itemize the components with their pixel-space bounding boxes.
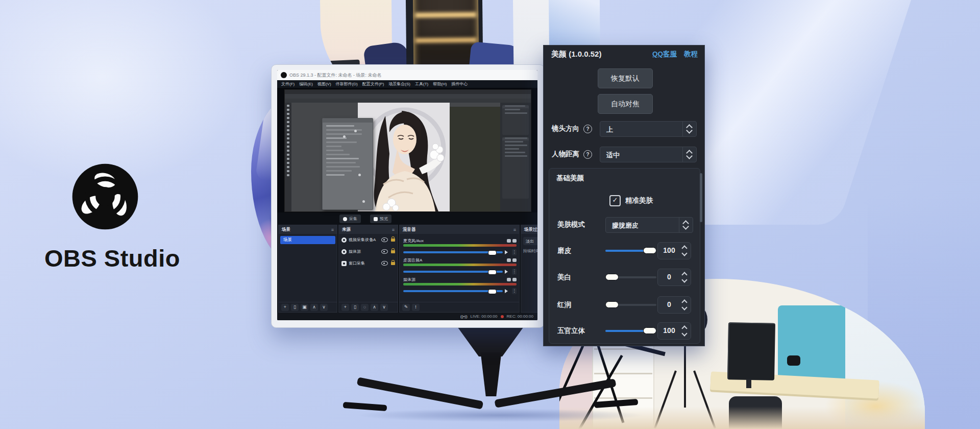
lock-icon[interactable] <box>391 239 395 242</box>
source-item[interactable]: 窗口采集 <box>339 257 398 269</box>
checkbox-icon[interactable] <box>609 195 621 206</box>
source-item[interactable]: 视频采集设备A <box>339 234 398 246</box>
rosy-slider-row: 红润 0 <box>549 296 700 314</box>
help-icon[interactable]: ? <box>583 125 592 133</box>
dock-menu-icon[interactable]: ≡ <box>331 227 334 232</box>
sources-dock-title: 来源 <box>342 227 351 233</box>
speaker-icon[interactable] <box>505 289 510 293</box>
audio-mixer-dock: 混音器 ≡ 麦克风/Aux ⋮ <box>399 225 520 313</box>
decrement-icon[interactable] <box>681 250 687 256</box>
help-icon[interactable]: ? <box>583 150 592 159</box>
obs-statusbar: LIVE: 00:00:00 REC: 00:00:00 <box>277 313 537 320</box>
add-source-button[interactable]: + <box>341 304 349 311</box>
menu-help[interactable]: 帮助(H) <box>433 81 447 87</box>
beauty-plugin-panel: 美颜 (1.0.0.52) QQ客服 教程 恢复默认 自动对焦 镜头方向 ? 上… <box>543 45 705 346</box>
channel-options-icon[interactable]: ⋮ <box>512 269 517 275</box>
volume-slider[interactable] <box>403 271 503 273</box>
decrement-icon[interactable] <box>681 330 687 336</box>
lens-direction-row: 镜头方向 ? 上 <box>544 121 704 137</box>
mixer-more-button[interactable]: ! <box>412 304 420 311</box>
menu-scene-collection[interactable]: 场景集合(S) <box>388 81 410 87</box>
dock-menu-icon[interactable]: ≡ <box>392 227 395 232</box>
slider-handle[interactable] <box>643 327 656 334</box>
menu-plugin-center[interactable]: 插件中心 <box>451 81 468 87</box>
obs-preview-area[interactable] <box>277 88 537 212</box>
menu-file[interactable]: 文件(F) <box>281 81 295 87</box>
scenes-dock-title: 场景 <box>282 227 290 233</box>
preview-tab-capture[interactable]: 采集 <box>339 214 361 223</box>
precise-skin-checkbox-row[interactable]: 精准美肤 <box>609 195 653 206</box>
skin-mode-select[interactable]: 朦胧磨皮 <box>605 217 693 233</box>
mixer-config-button[interactable]: ✎ <box>402 304 410 311</box>
slider-track[interactable] <box>605 304 656 306</box>
preview-tab-preview[interactable]: 预览 <box>370 214 391 223</box>
photoshop-canvas <box>291 103 500 211</box>
remove-source-button[interactable]: ▯ <box>351 304 359 311</box>
scene-item-selected[interactable]: 场景 <box>280 236 335 244</box>
channel-settings-icon <box>512 278 517 281</box>
photo-desk-monitor <box>727 322 775 380</box>
spinner-icon[interactable] <box>679 218 693 232</box>
volume-slider[interactable] <box>403 290 503 292</box>
live-timer: LIVE: 00:00:00 <box>471 314 498 319</box>
lock-icon[interactable] <box>391 250 395 253</box>
move-down-button[interactable]: ∨ <box>380 304 388 311</box>
source-item[interactable]: 媒体源 <box>339 246 398 257</box>
menu-profile[interactable]: 配置文件(P) <box>362 81 384 87</box>
restore-defaults-button[interactable]: 恢复默认 <box>598 68 653 88</box>
decrement-icon[interactable] <box>681 277 687 282</box>
person-distance-row: 人物距离 ? 适中 <box>544 147 704 162</box>
slider-track[interactable] <box>605 250 656 252</box>
move-up-button[interactable]: ∧ <box>371 304 378 311</box>
visibility-icon[interactable] <box>381 261 388 266</box>
panel-scrollbar[interactable] <box>700 173 702 222</box>
slider-handle[interactable] <box>605 301 619 308</box>
decrement-icon[interactable] <box>681 304 687 310</box>
spinner-icon[interactable] <box>682 122 696 136</box>
obs-titlebar: OBS 29.1.3 - 配置文件: 未命名 - 场景: 未命名 <box>277 70 537 80</box>
mixer-channel: 麦克风/Aux ⋮ <box>403 238 517 254</box>
value-spinbox[interactable]: 100 <box>657 242 691 259</box>
visibility-icon[interactable] <box>381 237 388 242</box>
transition-select[interactable]: 淡出 <box>523 237 537 245</box>
remove-scene-button[interactable]: ▯ <box>291 304 299 311</box>
obs-wordmark: OBS Studio <box>28 244 197 272</box>
dock-menu-icon[interactable]: ≡ <box>513 227 516 232</box>
menu-tools[interactable]: 工具(T) <box>415 81 428 87</box>
slider-track[interactable] <box>605 276 656 278</box>
spinner-icon[interactable] <box>682 147 696 162</box>
value-spinbox[interactable]: 0 <box>657 269 691 286</box>
autofocus-button[interactable]: 自动对焦 <box>598 94 653 114</box>
menu-edit[interactable]: 编辑(E) <box>299 81 313 87</box>
photo-lit-shelf <box>413 0 479 68</box>
source-properties-button[interactable]: ◌ <box>361 304 369 311</box>
slider-handle[interactable] <box>643 247 656 254</box>
lock-icon[interactable] <box>391 262 395 265</box>
media-icon <box>341 249 347 254</box>
speaker-icon[interactable] <box>505 250 510 254</box>
value-spinbox[interactable]: 0 <box>657 296 691 314</box>
speaker-icon[interactable] <box>505 270 510 274</box>
tutorial-link[interactable]: 教程 <box>684 50 698 59</box>
visibility-icon[interactable] <box>381 249 388 254</box>
lens-direction-select[interactable]: 上 <box>600 121 697 137</box>
move-down-button[interactable]: ∨ <box>320 304 328 311</box>
channel-settings-icon <box>512 239 517 243</box>
obs-titlebar-logo-icon <box>281 72 287 78</box>
slider-track[interactable] <box>605 330 656 332</box>
qq-support-link[interactable]: QQ客服 <box>652 50 677 59</box>
menu-view[interactable]: 视图(V) <box>317 81 331 87</box>
mixer-channel: 桌面音频A ⋮ <box>403 257 517 274</box>
duplicate-scene-button[interactable]: ▣ <box>301 304 308 311</box>
volume-slider[interactable] <box>403 251 503 253</box>
person-distance-select[interactable]: 适中 <box>600 147 697 162</box>
channel-options-icon[interactable]: ⋮ <box>512 288 517 294</box>
channel-options-icon[interactable]: ⋮ <box>512 249 517 255</box>
slider-handle[interactable] <box>605 274 619 280</box>
add-scene-button[interactable]: + <box>281 304 289 311</box>
value-spinbox[interactable]: 100 <box>657 322 691 340</box>
obs-window-title: OBS 29.1.3 - 配置文件: 未命名 - 场景: 未命名 <box>289 72 382 79</box>
move-up-button[interactable]: ∧ <box>310 304 318 311</box>
menu-docks[interactable]: 停靠部件(D) <box>336 81 358 87</box>
camera-icon <box>341 237 347 243</box>
